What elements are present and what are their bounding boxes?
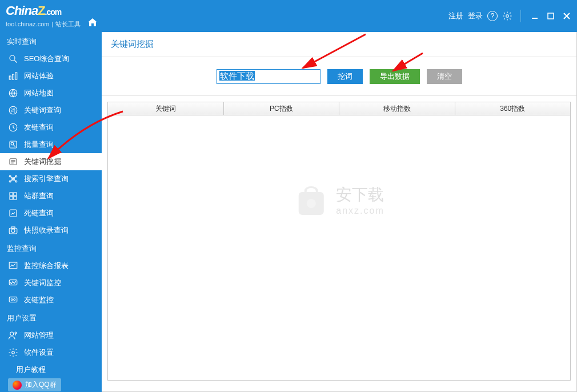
sidebar-item-seo[interactable]: SEO综合查询 xyxy=(0,50,102,67)
sidebar-item-link-monitor-icon xyxy=(8,295,18,305)
sidebar-item-snapshot-icon xyxy=(8,225,18,235)
svg-rect-38 xyxy=(9,262,17,269)
qq-label: 加入QQ群 xyxy=(25,380,57,390)
sidebar-item-label: 批量查询 xyxy=(24,139,54,150)
sidebar-item-label: 关键词查询 xyxy=(24,105,61,115)
keyword-input[interactable]: 软件下载 xyxy=(217,69,320,84)
svg-line-6 xyxy=(14,60,17,63)
export-button[interactable]: 导出数据 xyxy=(370,69,420,84)
sidebar-item-settings[interactable]: 软件设置 xyxy=(0,344,102,361)
svg-rect-30 xyxy=(10,193,13,195)
logo: ChinaZ.com xyxy=(6,3,97,18)
minimize-icon[interactable] xyxy=(529,10,540,22)
sidebar-item-searchengine-icon xyxy=(8,174,18,184)
qq-icon xyxy=(13,381,22,390)
logo-domain: tool.chinaz.com xyxy=(6,21,49,27)
logo-text: China xyxy=(6,3,38,18)
svg-rect-32 xyxy=(10,197,13,199)
sidebar-item-site-manage[interactable]: 网站管理 xyxy=(0,327,102,344)
titlebar: ChinaZ.com tool.chinaz.com|站长工具 注册 登录 ? xyxy=(0,0,577,32)
clear-button[interactable]: 清空 xyxy=(427,69,462,84)
maximize-icon[interactable] xyxy=(545,10,556,22)
sidebar-item-deadlink[interactable]: 死链查询 xyxy=(0,205,102,222)
svg-point-15 xyxy=(11,142,14,145)
col-keyword[interactable]: 关键词 xyxy=(108,102,224,115)
watermark-en: anxz.com xyxy=(336,206,384,216)
sidebar-item-snapshot[interactable]: 快照收录查询 xyxy=(0,222,102,239)
sidebar-item-label: SEO综合查询 xyxy=(24,54,69,64)
watermark-cn: 安下载 xyxy=(336,184,384,206)
svg-point-44 xyxy=(10,332,14,335)
help-icon[interactable]: ? xyxy=(487,11,498,21)
svg-rect-31 xyxy=(14,193,17,195)
sidebar-item-link-monitor[interactable]: 友链监控 xyxy=(0,291,102,309)
svg-point-42 xyxy=(14,299,15,301)
svg-text:词: 词 xyxy=(11,108,15,113)
keyword-value: 软件下载 xyxy=(219,71,255,81)
titlebar-right: 注册 登录 ? xyxy=(448,0,572,32)
sidebar-item-keyword-mining[interactable]: 关键词挖掘 xyxy=(0,153,102,170)
sidebar-item-searchengine[interactable]: 搜索引擎查询 xyxy=(0,170,102,187)
sidebar-item-label: 关键词挖掘 xyxy=(24,157,61,167)
table-area: 关键词 PC指数 移动指数 360指数 安下载 anxz.com xyxy=(102,96,576,391)
svg-line-16 xyxy=(14,145,15,147)
svg-point-49 xyxy=(306,199,315,208)
sidebar-item-batch[interactable]: 批量查询 xyxy=(0,136,102,153)
sidebar-item-keyword-monitor[interactable]: 关键词监控 xyxy=(0,274,102,291)
logo-block: ChinaZ.com tool.chinaz.com|站长工具 xyxy=(6,3,97,29)
sidebar-item-keyword-mining-icon xyxy=(8,157,18,167)
sidebar-item-friendlink-icon xyxy=(8,122,18,133)
svg-point-47 xyxy=(12,351,15,354)
svg-rect-33 xyxy=(14,197,17,199)
register-link[interactable]: 注册 xyxy=(448,11,463,21)
sidebar-section-monitor: 监控查询 xyxy=(0,239,102,257)
sidebar-item-monitor-report[interactable]: 监控综合报表 xyxy=(0,257,102,274)
sidebar-item-label: 网站体验 xyxy=(24,71,54,81)
sidebar-item-label: 站群查询 xyxy=(24,191,54,201)
logo-z: Z xyxy=(38,3,45,18)
col-mobile-index[interactable]: 移动指数 xyxy=(339,102,455,115)
sidebar-item-sitegroup-icon xyxy=(8,191,18,201)
sidebar-item-deadlink-icon xyxy=(8,208,18,218)
sidebar-item-sitemap-icon xyxy=(8,88,18,98)
sidebar-item-experience-icon xyxy=(8,71,18,81)
sidebar-item-label: 友链查询 xyxy=(24,122,54,133)
sidebar-item-label: 友链监控 xyxy=(24,295,54,305)
sidebar-item-label: 死链查询 xyxy=(24,208,54,218)
gear-icon[interactable] xyxy=(502,11,512,21)
home-icon[interactable] xyxy=(88,18,97,26)
watermark: 安下载 anxz.com xyxy=(294,184,384,216)
sidebar-item-experience[interactable]: 网站体验 xyxy=(0,67,102,85)
table-header: 关键词 PC指数 移动指数 360指数 xyxy=(107,102,571,115)
sidebar-item-sitegroup[interactable]: 站群查询 xyxy=(0,187,102,205)
sidebar-item-label: 网站地图 xyxy=(24,88,54,98)
svg-point-45 xyxy=(15,332,17,334)
svg-point-36 xyxy=(11,229,15,233)
sidebar-item-keyword-query-icon: 词 xyxy=(8,105,18,115)
sidebar-item-sitemap[interactable]: 网站地图 xyxy=(0,85,102,102)
sidebar-item-label: 监控综合报表 xyxy=(24,261,69,271)
col-pc-index[interactable]: PC指数 xyxy=(224,102,340,115)
sidebar-item-keyword-monitor-icon xyxy=(8,278,18,288)
sidebar-item-label: 快照收录查询 xyxy=(24,225,69,235)
sidebar-item-batch-icon xyxy=(8,139,18,150)
sidebar-item-friendlink[interactable]: 友链查询 xyxy=(0,119,102,136)
close-icon[interactable] xyxy=(561,10,572,22)
sidebar: 实时查询 SEO综合查询网站体验网站地图词关键词查询友链查询批量查询关键词挖掘搜… xyxy=(0,32,102,392)
sidebar-item-keyword-query[interactable]: 词关键词查询 xyxy=(0,102,102,119)
login-link[interactable]: 登录 xyxy=(468,11,483,21)
watermark-icon xyxy=(294,184,328,216)
col-360-index[interactable]: 360指数 xyxy=(455,102,571,115)
qq-group-button[interactable]: 加入QQ群 xyxy=(8,378,61,391)
sidebar-section-user: 用户设置 xyxy=(0,309,102,327)
sidebar-section-realtime: 实时查询 xyxy=(0,32,102,50)
sidebar-item-label: 软件设置 xyxy=(24,347,54,358)
logo-com: .com xyxy=(45,7,62,17)
sidebar-item-settings-icon xyxy=(8,347,18,358)
svg-point-5 xyxy=(10,55,15,61)
sidebar-item-tutorial[interactable]: 用户教程 xyxy=(0,361,102,378)
svg-rect-37 xyxy=(11,227,15,229)
mine-button[interactable]: 挖词 xyxy=(327,69,363,84)
svg-rect-8 xyxy=(13,74,14,79)
svg-rect-9 xyxy=(15,73,17,79)
